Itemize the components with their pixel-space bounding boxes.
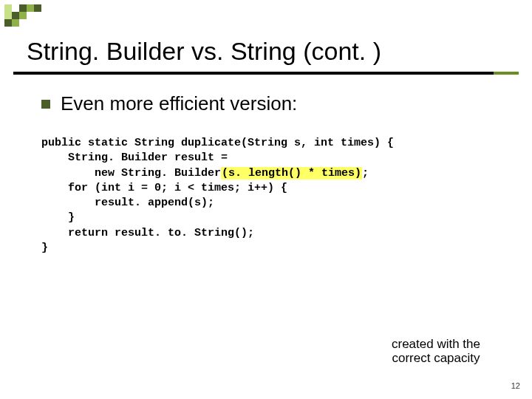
svg-point-6 — [387, 362, 426, 387]
callout-cloud: created with the correct capacity — [377, 330, 495, 358]
logo-pixel-grid — [4, 4, 41, 27]
callout-text: created with the correct capacity — [377, 337, 495, 366]
slide-body: Even more efficient version: public stat… — [0, 75, 532, 256]
code-line: String. Builder result = — [41, 151, 228, 164]
bullet-item: Even more efficient version: — [41, 92, 491, 115]
code-line: } — [41, 211, 75, 224]
square-bullet-icon — [41, 100, 50, 109]
code-line: return result. to. String(); — [41, 227, 254, 239]
highlighted-code: (s. length() * times) — [221, 167, 362, 180]
page-number: 12 — [511, 381, 520, 390]
code-line: } — [41, 242, 48, 254]
code-line: new String. Builder — [41, 167, 221, 180]
code-line: for (int i = 0; i < times; i++) { — [41, 182, 287, 194]
code-line: result. append(s); — [41, 197, 214, 209]
code-block: public static String duplicate(String s,… — [41, 136, 491, 256]
svg-point-5 — [423, 368, 464, 392]
title-underline — [13, 72, 519, 75]
code-line: ; — [362, 167, 369, 180]
code-line: public static String duplicate(String s,… — [41, 137, 394, 149]
slide-title: String. Builder vs. String (cont. ) — [22, 37, 510, 66]
title-area: String. Builder vs. String (cont. ) — [0, 0, 532, 75]
bullet-text: Even more efficient version: — [61, 92, 297, 115]
